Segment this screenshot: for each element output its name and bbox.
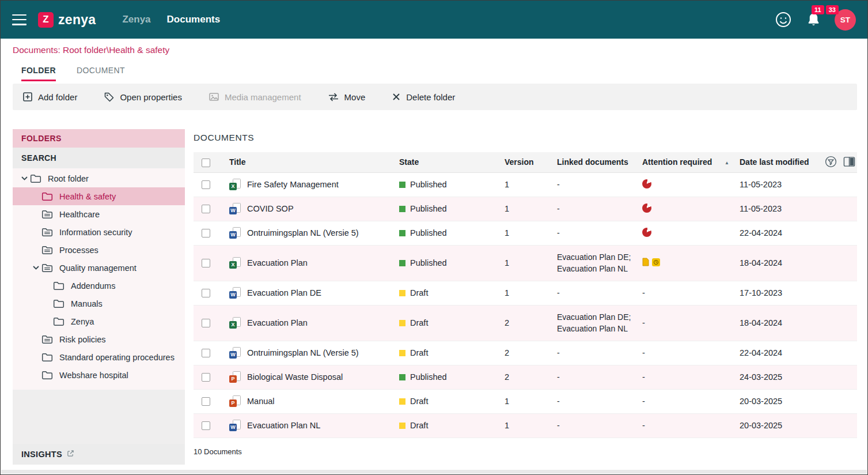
- state-cell: Published: [395, 245, 500, 281]
- checkbox-cell: [194, 281, 225, 305]
- column-label: Linked documents: [557, 157, 628, 167]
- state-cell: Draft: [395, 341, 500, 365]
- folder-icon: [53, 299, 66, 308]
- document-row[interactable]: WEvacuation Plan NLDraft1--20-03-2025: [194, 413, 857, 438]
- version-cell: 1: [500, 413, 552, 438]
- row-checkbox[interactable]: [202, 421, 210, 430]
- checkbox-cell: [194, 172, 225, 197]
- title-cell: WEvacuation Plan DE: [225, 281, 395, 305]
- version-cell: 1: [500, 221, 552, 245]
- column-label: Date last modified: [740, 157, 809, 167]
- sidebar-insights[interactable]: INSIGHTS: [13, 444, 185, 465]
- move-icon: [328, 92, 339, 102]
- state-label: Published: [410, 180, 447, 189]
- notification-badge[interactable]: 33: [826, 5, 839, 14]
- folder-item-zenya[interactable]: Zenya: [13, 312, 185, 330]
- delete-folder-button[interactable]: Delete folder: [392, 92, 455, 102]
- notification-badge[interactable]: 11: [812, 5, 824, 14]
- tab-folder[interactable]: FOLDER: [21, 66, 56, 81]
- zenya-logo-icon: Z: [38, 12, 54, 28]
- tab-document[interactable]: DOCUMENT: [77, 66, 125, 81]
- add-folder-button[interactable]: Add folder: [22, 92, 77, 102]
- column-header-state[interactable]: State: [395, 152, 500, 172]
- row-checkbox[interactable]: [202, 397, 210, 406]
- document-row[interactable]: WEvacuation Plan DEDraft1--17-10-2023: [194, 281, 857, 305]
- folder-item-risk-policies[interactable]: Risk policies: [13, 330, 185, 348]
- horizontal-scrollbar[interactable]: [1, 470, 867, 474]
- folder-item-addendums[interactable]: Addendums: [13, 277, 185, 295]
- attention-cell: -: [638, 341, 735, 365]
- folder-item-webshare-hospital[interactable]: Webshare hospital: [13, 366, 185, 384]
- document-row[interactable]: XEvacuation PlanPublished1Evacuation Pla…: [194, 245, 857, 281]
- state-label: Published: [410, 204, 447, 213]
- document-row[interactable]: XFire Safety ManagementPublished1-11-05-…: [194, 172, 857, 197]
- folder-item-healthcare[interactable]: Healthcare: [13, 205, 185, 223]
- row-checkbox[interactable]: [202, 289, 210, 297]
- attention-overdue-pie-icon: [642, 179, 651, 189]
- state-draft-indicator: [399, 423, 405, 429]
- row-checkbox[interactable]: [202, 349, 210, 357]
- title-cell: XFire Safety Management: [225, 172, 395, 197]
- chevron-down-icon[interactable]: [30, 266, 41, 270]
- sidebar-search[interactable]: SEARCH: [13, 148, 185, 168]
- chevron-down-icon[interactable]: [18, 176, 30, 180]
- row-checkbox[interactable]: [202, 319, 210, 327]
- date-cell: 24-03-2025: [735, 365, 857, 389]
- document-row[interactable]: PManualDraft1--20-03-2025: [194, 389, 857, 413]
- date-cell: 20-03-2025: [735, 413, 857, 438]
- column-header-title[interactable]: Title: [225, 152, 395, 172]
- folder-item-manuals[interactable]: Manuals: [13, 295, 185, 312]
- folder-item-standard-operating-procedures[interactable]: Standard operating procedures: [13, 348, 185, 366]
- filter-icon[interactable]: [824, 155, 837, 168]
- folder-item-quality-management[interactable]: Quality management: [13, 259, 185, 277]
- select-all-checkbox[interactable]: [202, 159, 210, 167]
- document-row[interactable]: WOntruimingsplan NL (Versie 5)Draft2--22…: [194, 341, 857, 365]
- checkbox-cell: [194, 341, 225, 365]
- open-properties-button[interactable]: Open properties: [104, 92, 182, 103]
- attention-cell: [638, 197, 735, 221]
- linked-document: Evacuation Plan NL: [557, 323, 633, 334]
- sort-ascending-icon[interactable]: ▲: [725, 160, 729, 165]
- media-management-icon: [209, 92, 219, 102]
- insights-label: INSIGHTS: [21, 450, 62, 459]
- menu-icon[interactable]: [12, 14, 26, 25]
- linked-documents-cell: -: [552, 197, 638, 221]
- document-row[interactable]: WCOVID SOPPublished1-11-05-2023: [194, 197, 857, 221]
- column-header-version[interactable]: Version: [500, 152, 552, 172]
- folder-icon: [53, 317, 66, 326]
- column-settings-icon[interactable]: [843, 156, 856, 168]
- app-name: Zenya: [122, 14, 150, 25]
- folder-icon: [41, 246, 54, 255]
- zenya-logo-text: zenya: [58, 12, 96, 28]
- row-checkbox[interactable]: [202, 373, 210, 382]
- topbar-actions: 11 33 ST: [774, 9, 856, 31]
- bell-icon[interactable]: [806, 12, 821, 28]
- date-cell: 18-04-2024: [735, 245, 857, 281]
- move-button[interactable]: Move: [328, 92, 366, 102]
- row-checkbox[interactable]: [202, 180, 210, 189]
- title-cell: WCOVID SOP: [225, 197, 395, 221]
- row-checkbox[interactable]: [202, 205, 210, 213]
- column-header-linked-documents[interactable]: Linked documents: [552, 152, 638, 172]
- column-label: State: [399, 157, 419, 167]
- zenya-logo[interactable]: Z zenya: [38, 12, 96, 28]
- row-checkbox[interactable]: [202, 229, 210, 238]
- document-row[interactable]: XEvacuation PlanDraft2Evacuation Plan DE…: [194, 305, 857, 341]
- version-cell: 2: [500, 365, 552, 389]
- document-row[interactable]: WOntruimingsplan NL (Versie 5)Published1…: [194, 221, 857, 245]
- add-folder-icon: [22, 92, 33, 102]
- topbar-page-title: Documents: [167, 14, 221, 25]
- folder-icon: [41, 210, 54, 219]
- feedback-smiley-icon[interactable]: [774, 10, 793, 29]
- state-label: Published: [410, 372, 447, 382]
- folder-item-processes[interactable]: Processes: [13, 241, 185, 259]
- row-checkbox[interactable]: [202, 259, 210, 267]
- folder-item-health-safety[interactable]: Health & safety: [13, 187, 185, 205]
- document-row[interactable]: PBiological Waste DisposalPublished2--24…: [194, 365, 857, 389]
- folder-item-root-folder[interactable]: Root folder: [13, 169, 185, 187]
- breadcrumb[interactable]: Documents: Root folder\Health & safety: [13, 45, 169, 55]
- column-header-attention-required[interactable]: Attention required▲: [638, 152, 735, 172]
- folder-item-information-security[interactable]: Information security: [13, 223, 185, 241]
- attention-cell: -: [638, 365, 735, 389]
- word-file-icon: W: [229, 420, 241, 431]
